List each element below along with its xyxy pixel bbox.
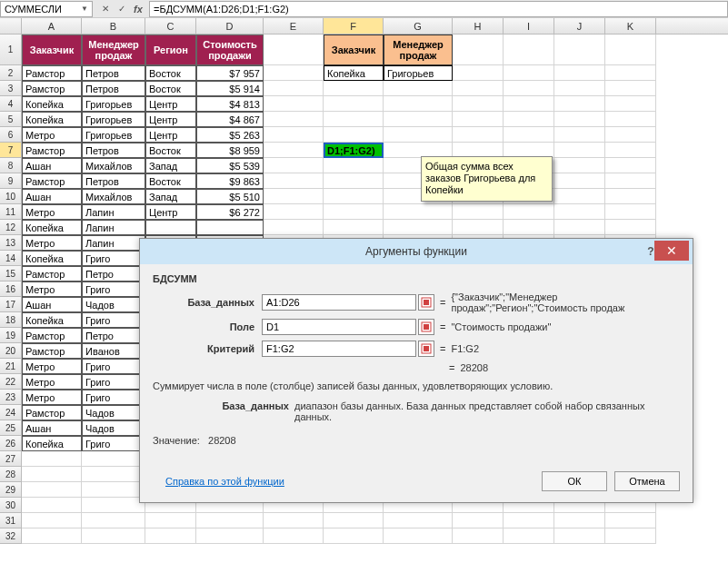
cell[interactable]: Петров xyxy=(82,143,145,158)
cell[interactable] xyxy=(605,158,656,173)
cell[interactable]: Петро xyxy=(82,266,145,282)
cell[interactable] xyxy=(264,127,324,143)
cell[interactable] xyxy=(384,513,453,528)
cell[interactable] xyxy=(324,96,384,112)
cell[interactable]: Петров xyxy=(82,65,145,81)
cell[interactable]: Григо xyxy=(82,282,145,297)
cell[interactable]: Стоимость продажи xyxy=(196,35,264,65)
cell[interactable] xyxy=(504,112,554,127)
cancel-button[interactable]: Отмена xyxy=(614,471,680,491)
cell[interactable] xyxy=(605,513,656,528)
row-head[interactable]: 22 xyxy=(0,374,22,390)
cell[interactable]: Метро xyxy=(22,374,82,390)
arg-input-0[interactable] xyxy=(262,294,416,311)
cell[interactable] xyxy=(605,35,656,65)
cell[interactable] xyxy=(453,127,504,143)
cell[interactable]: $4 813 xyxy=(196,96,264,112)
cell[interactable]: Метро xyxy=(22,127,82,143)
cell[interactable] xyxy=(453,204,504,220)
dialog-titlebar[interactable]: Аргументы функции ? ✕ xyxy=(140,239,693,264)
cell[interactable] xyxy=(384,81,453,96)
cell[interactable] xyxy=(453,112,504,127)
cell[interactable] xyxy=(605,189,656,204)
cell[interactable]: Копейка xyxy=(22,220,82,235)
cell[interactable] xyxy=(82,451,145,467)
row-head[interactable]: 11 xyxy=(0,204,22,220)
cell[interactable]: Ашан xyxy=(22,158,82,173)
cell[interactable] xyxy=(453,220,504,235)
col-head-I[interactable]: I xyxy=(504,18,554,34)
row-head[interactable]: 8 xyxy=(0,158,22,173)
cell[interactable]: Григорьев xyxy=(82,96,145,112)
row-head[interactable]: 30 xyxy=(0,498,22,513)
range-picker-icon[interactable] xyxy=(418,319,434,335)
chevron-down-icon[interactable]: ▼ xyxy=(81,5,88,13)
row-head[interactable]: 21 xyxy=(0,359,22,374)
cell[interactable] xyxy=(264,220,324,235)
cell[interactable]: Регион xyxy=(145,35,196,65)
cell[interactable] xyxy=(554,220,605,235)
cell[interactable]: Ашан xyxy=(22,297,82,312)
cell[interactable] xyxy=(324,528,384,544)
cell[interactable] xyxy=(384,112,453,127)
cell[interactable]: Заказчик xyxy=(324,35,384,65)
cell[interactable] xyxy=(324,158,384,173)
cell[interactable] xyxy=(324,112,384,127)
cell[interactable] xyxy=(453,81,504,96)
cell[interactable] xyxy=(145,528,196,544)
cell[interactable]: Чадов xyxy=(82,420,145,436)
cell[interactable] xyxy=(554,112,605,127)
cell[interactable]: $7 957 xyxy=(196,65,264,81)
col-head-C[interactable]: C xyxy=(145,18,196,34)
col-head-H[interactable]: H xyxy=(453,18,504,34)
cell[interactable] xyxy=(504,204,554,220)
cell[interactable]: Центр xyxy=(145,204,196,220)
cell[interactable] xyxy=(605,112,656,127)
cell[interactable]: $5 263 xyxy=(196,127,264,143)
cell[interactable]: $4 867 xyxy=(196,112,264,127)
row-head[interactable]: 7 xyxy=(0,143,22,158)
ok-button[interactable]: ОК xyxy=(542,471,607,491)
editing-cell[interactable]: D1;F1:G2) xyxy=(324,143,384,158)
cell[interactable] xyxy=(554,65,605,81)
cell[interactable]: Менеджер продаж xyxy=(82,35,145,65)
cell[interactable]: Григо xyxy=(82,436,145,451)
cell[interactable]: Метро xyxy=(22,359,82,374)
cell[interactable] xyxy=(82,528,145,544)
cell[interactable]: Копейка xyxy=(324,65,384,81)
row-head[interactable]: 29 xyxy=(0,482,22,498)
cell[interactable] xyxy=(22,528,82,544)
cell[interactable] xyxy=(22,482,82,498)
cell[interactable]: Копейка xyxy=(22,312,82,328)
cell[interactable] xyxy=(22,467,82,482)
cell[interactable]: Петро xyxy=(82,328,145,343)
cell[interactable]: $5 510 xyxy=(196,189,264,204)
cell[interactable] xyxy=(453,35,504,65)
cell[interactable] xyxy=(264,189,324,204)
cell[interactable]: Метро xyxy=(22,282,82,297)
row-head[interactable]: 18 xyxy=(0,312,22,328)
cell[interactable] xyxy=(605,127,656,143)
cell[interactable] xyxy=(554,143,605,158)
cell[interactable] xyxy=(264,528,324,544)
cell[interactable] xyxy=(605,528,656,544)
cell[interactable] xyxy=(554,96,605,112)
cell[interactable] xyxy=(264,173,324,189)
row-head[interactable]: 15 xyxy=(0,266,22,282)
col-head-G[interactable]: G xyxy=(384,18,453,34)
row-head[interactable]: 12 xyxy=(0,220,22,235)
cell[interactable] xyxy=(554,127,605,143)
cell[interactable] xyxy=(264,112,324,127)
cell[interactable] xyxy=(324,173,384,189)
cell[interactable] xyxy=(22,451,82,467)
row-head[interactable]: 3 xyxy=(0,81,22,96)
cell[interactable] xyxy=(504,35,554,65)
cell[interactable]: $5 539 xyxy=(196,158,264,173)
row-head[interactable]: 25 xyxy=(0,420,22,436)
cell[interactable]: Центр xyxy=(145,96,196,112)
cell[interactable]: Лапин xyxy=(82,235,145,251)
cell[interactable] xyxy=(504,96,554,112)
cell[interactable] xyxy=(82,498,145,513)
cell[interactable] xyxy=(264,81,324,96)
cell[interactable]: $5 914 xyxy=(196,81,264,96)
